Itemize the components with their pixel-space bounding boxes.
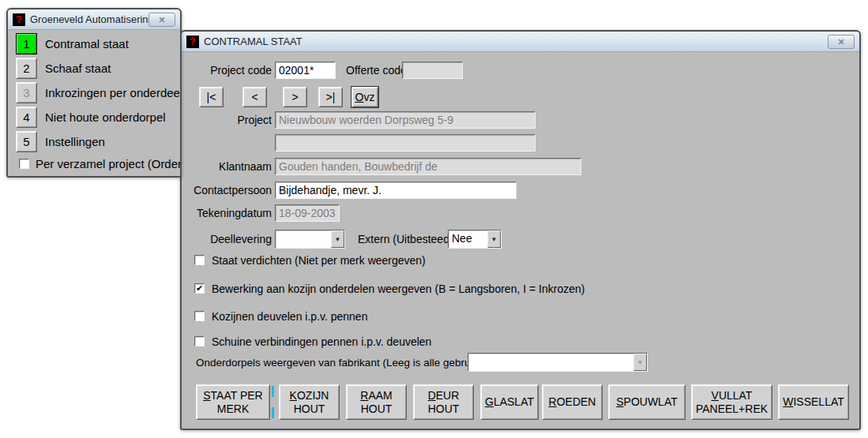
deellevering-label: Deellevering bbox=[190, 233, 272, 245]
klantnaam-label: Klantnaam bbox=[190, 160, 272, 173]
spouwlat-button[interactable]: SPOUWLAT bbox=[608, 384, 686, 420]
close-icon[interactable]: ✕ bbox=[828, 35, 855, 49]
project-code-label: Project code bbox=[190, 64, 272, 77]
menu-item-3-button: 3 bbox=[16, 82, 37, 103]
menu-item-5-button[interactable]: 5 bbox=[16, 131, 37, 152]
ovz-rest: vz bbox=[363, 91, 374, 103]
staat-verdichten-checkbox[interactable] bbox=[194, 255, 205, 265]
kozijnen-deuvelen-label: Kozijnen deuvelen i.p.v. pennen bbox=[212, 310, 367, 323]
launcher-client-area: 1 Contramal staat 2 Schaaf staat 3 Inkro… bbox=[8, 30, 180, 176]
menu-item-3-label: Inkrozingen per onderdeel bbox=[45, 86, 182, 99]
raam-hout-button[interactable]: RAAM HOUT bbox=[346, 384, 407, 420]
glaslat-button[interactable]: GLASLAT bbox=[480, 384, 539, 420]
nav-next-button[interactable]: > bbox=[283, 87, 307, 107]
staat-per-merk-button[interactable]: STAAT PER MERK bbox=[196, 384, 270, 420]
contramal-titlebar[interactable]: ? CONTRAMAL STAAT ✕ bbox=[182, 32, 859, 52]
project-code-input[interactable] bbox=[275, 62, 336, 79]
kozijnen-deuvelen-checkbox[interactable] bbox=[194, 311, 205, 321]
app-icon: ? bbox=[13, 13, 25, 26]
offerte-code-input bbox=[402, 62, 463, 79]
bewerking-kozijn-label: Bewerking aan kozijn onderdelen weergeve… bbox=[212, 283, 584, 295]
per-verzamel-project-label: Per verzamel project (Orderboek) bbox=[36, 157, 182, 170]
menu-item-4-button[interactable]: 4 bbox=[16, 107, 37, 128]
roeden-button[interactable]: ROEDEN bbox=[542, 384, 603, 420]
bewerking-kozijn-checkbox[interactable]: ✔ bbox=[194, 283, 205, 294]
groeneveld-launcher-window: ? Groeneveld Automatisering ✕ 1 Contrama… bbox=[6, 8, 182, 178]
menu-item-1-label[interactable]: Contramal staat bbox=[45, 37, 129, 51]
contactpersoon-input[interactable] bbox=[275, 182, 517, 199]
contramal-client-area: Project code Offerte code |< < > >| Ovz … bbox=[182, 52, 859, 429]
schuine-verbindingen-label: Schuine verbindingen pennen i.p.v. deuve… bbox=[212, 335, 431, 348]
extern-value: Nee bbox=[449, 230, 487, 248]
nav-last-button[interactable]: >| bbox=[318, 87, 343, 107]
wissellat-button[interactable]: WISSELLAT bbox=[778, 384, 849, 420]
chevron-down-icon[interactable]: ▼ bbox=[487, 230, 501, 248]
kozijn-hout-button[interactable]: KOZIJN HOUT bbox=[279, 384, 340, 420]
deur-hout-button[interactable]: DEUR HOUT bbox=[413, 384, 474, 420]
menu-item-2-label[interactable]: Schaaf staat bbox=[45, 62, 111, 75]
per-verzamel-project-checkbox[interactable] bbox=[19, 159, 29, 169]
chevron-down-icon[interactable]: ▼ bbox=[331, 230, 344, 248]
project-label: Project bbox=[190, 114, 272, 126]
desktop: ? CONTRAMAL STAAT ✕ Project code Offerte… bbox=[0, 0, 868, 438]
project-input bbox=[275, 111, 535, 129]
ovz-button[interactable]: Ovz bbox=[351, 87, 378, 107]
klantnaam-input bbox=[275, 158, 581, 175]
onderdorpels-dropdown[interactable]: ▼ bbox=[468, 353, 648, 372]
deellevering-value bbox=[276, 230, 331, 248]
offerte-code-label: Offerte code bbox=[346, 64, 407, 77]
menu-item-5-label[interactable]: Instellingen bbox=[45, 135, 105, 148]
vullat-paneel-rek-button[interactable]: VULLAT PANEEL+REK bbox=[691, 384, 772, 420]
launcher-titlebar[interactable]: ? Groeneveld Automatisering ✕ bbox=[8, 9, 180, 30]
close-icon[interactable]: ✕ bbox=[148, 13, 175, 27]
ovz-hotkey: O bbox=[355, 91, 364, 103]
staat-verdichten-label: Staat verdichten (Niet per merk weergeve… bbox=[212, 254, 426, 267]
nav-prev-button[interactable]: < bbox=[242, 87, 267, 107]
chevron-down-icon: ▼ bbox=[633, 354, 647, 371]
menu-item-1-button[interactable]: 1 bbox=[16, 33, 37, 54]
extern-dropdown[interactable]: Nee ▼ bbox=[448, 230, 502, 249]
schuine-verbindingen-checkbox[interactable] bbox=[194, 336, 205, 346]
menu-item-4-label[interactable]: Niet houte onderdorpel bbox=[45, 110, 166, 124]
window-title: CONTRAMAL STAAT bbox=[204, 36, 828, 47]
window-title: Groeneveld Automatisering bbox=[30, 13, 148, 25]
contramal-staat-window: ? CONTRAMAL STAAT ✕ Project code Offerte… bbox=[180, 30, 861, 430]
tekeningdatum-input bbox=[275, 204, 340, 222]
focus-marker bbox=[272, 407, 274, 418]
extern-label: Extern (Uitbesteed) bbox=[358, 233, 453, 245]
tekeningdatum-label: Tekeningdatum bbox=[182, 207, 272, 219]
menu-item-2-button[interactable]: 2 bbox=[16, 58, 37, 79]
contactpersoon-label: Contactpersoon bbox=[182, 184, 272, 197]
focus-marker bbox=[272, 386, 274, 397]
project-line2-input bbox=[275, 134, 535, 152]
nav-first-button[interactable]: |< bbox=[199, 87, 224, 107]
app-icon: ? bbox=[186, 36, 199, 48]
onderdorpels-value bbox=[468, 354, 633, 371]
deellevering-dropdown[interactable]: ▼ bbox=[275, 230, 345, 249]
